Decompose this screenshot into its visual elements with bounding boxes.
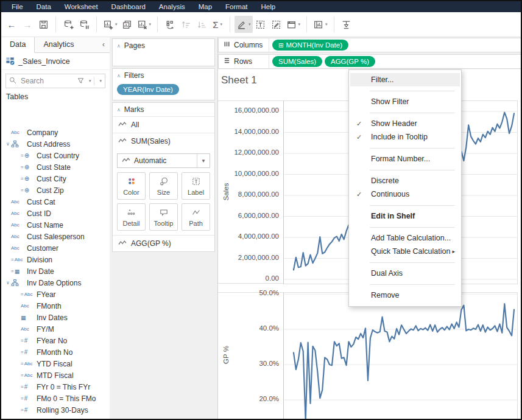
undo-button[interactable]: ← xyxy=(4,16,19,33)
field-cust-cat[interactable]: AbcCust Cat xyxy=(1,196,110,208)
duplicate-button[interactable] xyxy=(119,16,135,33)
pages-card-header[interactable]: ∧ Pages xyxy=(113,39,214,52)
field-fyear[interactable]: =AbcFYear xyxy=(1,289,110,300)
field-company[interactable]: AbcCompany xyxy=(1,127,110,138)
menu-item-discrete[interactable]: Discrete xyxy=(350,174,460,187)
field-cust-address[interactable]: ∨Cust Address xyxy=(1,138,110,150)
datasource-row[interactable]: _Sales_Invoice xyxy=(1,53,110,70)
field-mtd-fiscal[interactable]: =AbcMTD Fiscal xyxy=(1,369,110,381)
menu-format[interactable]: Format xyxy=(219,1,254,12)
menu-worksheet[interactable]: Worksheet xyxy=(58,1,105,12)
menu-item-remove[interactable]: Remove xyxy=(350,289,460,302)
marks-button-path[interactable]: Path xyxy=(182,203,210,231)
marks-section-all[interactable]: All xyxy=(113,116,214,133)
menu-item-format-number[interactable]: Format Number... xyxy=(350,152,460,166)
field-label: Cust Address xyxy=(27,140,70,149)
fit-button[interactable]: ▾ xyxy=(284,16,303,33)
show-hide-cards-button[interactable]: ▾ xyxy=(311,16,330,33)
marks-button-tooltip[interactable]: Tooltip xyxy=(149,203,178,231)
field-cust-name[interactable]: AbcCust Name xyxy=(1,219,110,231)
field-inv-dates[interactable]: ▦Inv Dates xyxy=(1,312,110,323)
menu-item-filter[interactable]: Filter... xyxy=(350,73,460,86)
field-cust-country[interactable]: =⊕Cust Country xyxy=(1,150,110,161)
menu-data[interactable]: Data xyxy=(30,1,58,12)
expand-plus-icon[interactable]: ⊞ xyxy=(278,42,283,49)
sheet-title[interactable]: Sheet 1 xyxy=(221,74,257,86)
field-rolling-30-days[interactable]: =#Rolling 30-Days xyxy=(1,404,110,416)
menu-analysis[interactable]: Analysis xyxy=(152,1,192,12)
marks-section-agg-gp[interactable]: AGG(GP %) xyxy=(113,235,214,251)
sort-descending-button[interactable] xyxy=(194,16,210,33)
mark-type-caret-icon[interactable]: ▼ xyxy=(197,154,210,167)
menu-item-include-in-tooltip[interactable]: ✓Include in Tooltip xyxy=(350,130,460,144)
field-cust-salesperson[interactable]: AbcCust Salesperson xyxy=(1,231,110,242)
field-inv-date[interactable]: =▦Inv Date xyxy=(1,265,110,277)
search-input[interactable] xyxy=(19,76,74,86)
menu-item-quick-table-calculation[interactable]: Quick Table Calculation▸ xyxy=(350,245,460,258)
pause-auto-updates-button[interactable] xyxy=(76,16,92,33)
pill-month-inv-date[interactable]: ⊞MONTH(Inv Date) xyxy=(272,40,348,51)
mark-type-select[interactable]: Automatic ▼ xyxy=(117,153,210,168)
show-mark-labels-button[interactable] xyxy=(253,16,269,33)
field-inv-date-options[interactable]: ∨Inv Date Options xyxy=(1,277,110,289)
menu-help[interactable]: Help xyxy=(254,1,282,12)
pill-year-inv-date[interactable]: YEAR(Inv Date) xyxy=(117,84,179,95)
field-customer[interactable]: AbcCustomer xyxy=(1,242,110,254)
marks-card-header[interactable]: ∧ Marks xyxy=(113,103,214,116)
field-cust-id[interactable]: AbcCust ID xyxy=(1,208,110,219)
clear-sheet-button[interactable]: ▾ xyxy=(135,16,153,33)
separator-line xyxy=(370,205,455,206)
field-fmonth-no[interactable]: =#FMonth No xyxy=(1,346,110,358)
field-cust-state[interactable]: =⊕Cust State xyxy=(1,161,110,173)
menu-item-edit-in-shelf[interactable]: Edit in Shelf xyxy=(350,209,460,223)
sort-ascending-button[interactable] xyxy=(178,16,194,33)
presentation-mode-button[interactable] xyxy=(339,16,354,33)
tab-analytics[interactable]: Analytics xyxy=(35,37,82,52)
field-division[interactable]: =AbcDivision xyxy=(1,254,110,265)
pill-sum-sales[interactable]: SUM(Sales) xyxy=(272,56,322,67)
filter-fields-icon[interactable] xyxy=(77,75,84,86)
menu-item-continuous[interactable]: ✓Continuous xyxy=(350,187,460,201)
filter-fields-caret-icon[interactable]: ▾ xyxy=(89,79,91,83)
totals-button[interactable]: Σ▾ xyxy=(210,16,225,33)
marks-button-label[interactable]: Label xyxy=(182,172,210,200)
field-fyear-no[interactable]: =#FYear No xyxy=(1,335,110,346)
swap-rows-columns-button[interactable] xyxy=(162,16,178,33)
columns-shelf[interactable]: Columns ⊞MONTH(Inv Date) xyxy=(218,38,521,52)
new-worksheet-button[interactable]: ▾ xyxy=(101,16,119,33)
field-fyr-0-this-fyr[interactable]: =#FYr 0 = This FYr xyxy=(1,381,110,393)
rows-shelf[interactable]: Rows SUM(Sales)AGG(GP %) xyxy=(218,54,521,69)
menu-item-add-table-calculation[interactable]: Add Table Calculation... xyxy=(350,231,460,245)
marks-button-size[interactable]: Size xyxy=(149,172,178,200)
fields-menu-caret-icon[interactable]: ▾ xyxy=(99,79,102,83)
highlight-button[interactable]: ▾ xyxy=(235,16,253,33)
menu-item-dual-axis[interactable]: Dual Axis xyxy=(350,267,460,280)
marks-section-sum-sales[interactable]: SUM(Sales) xyxy=(113,133,214,149)
marks-button-color[interactable]: Color xyxy=(117,172,146,200)
field-cust-zip[interactable]: =⊕Cust Zip xyxy=(1,184,110,196)
field-fquarter[interactable]: AbcFQuarter xyxy=(1,416,110,419)
field-fmo-0-this-fmo[interactable]: =#FMo 0 = This FMo xyxy=(1,393,110,404)
menu-file[interactable]: File xyxy=(5,1,30,12)
marks-card: ∧ Marks AllSUM(Sales) Automatic ▼ ColorS… xyxy=(112,102,215,252)
save-button[interactable] xyxy=(35,16,51,33)
field-fmonth[interactable]: AbcFMonth xyxy=(1,300,110,312)
pill-agg-gp[interactable]: AGG(GP %) xyxy=(325,56,375,67)
field-fy-m[interactable]: AbcFY/M xyxy=(1,323,110,335)
filters-card-header[interactable]: ∧ Filters xyxy=(113,69,214,82)
new-data-source-button[interactable] xyxy=(60,16,76,33)
expand-chevron-icon[interactable]: ∨ xyxy=(5,141,11,147)
collapse-pane-icon[interactable]: ‹ xyxy=(97,37,110,52)
expand-chevron-icon[interactable]: ∨ xyxy=(5,280,11,285)
redo-button[interactable]: → xyxy=(19,16,35,33)
fix-axes-button[interactable] xyxy=(269,16,284,33)
field-cust-city[interactable]: =⊕Cust City xyxy=(1,173,110,184)
marks-button-detail[interactable]: Detail xyxy=(117,203,146,231)
menu-map[interactable]: Map xyxy=(192,1,219,12)
menu-dashboard[interactable]: Dashboard xyxy=(105,1,152,12)
menu-item-show-filter[interactable]: Show Filter xyxy=(350,95,460,108)
size-icon xyxy=(159,177,169,187)
tab-data[interactable]: Data xyxy=(1,37,35,53)
menu-item-show-header[interactable]: ✓Show Header xyxy=(350,117,460,130)
field-ytd-fiscal[interactable]: =AbcYTD Fiscal xyxy=(1,358,110,369)
